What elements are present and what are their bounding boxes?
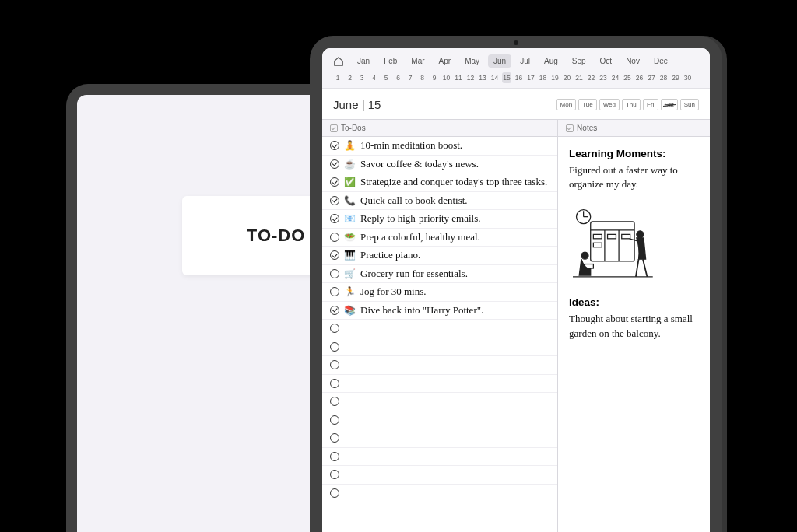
todo-checkbox[interactable] [330, 250, 339, 260]
month-aug[interactable]: Aug [539, 54, 564, 68]
todo-row[interactable]: 🛒Grocery run for essentials. [322, 265, 557, 284]
todo-row-empty[interactable] [322, 338, 557, 357]
todo-row-empty[interactable] [322, 485, 557, 503]
day-19[interactable]: 19 [550, 72, 560, 83]
day-3[interactable]: 3 [357, 72, 367, 83]
todo-checkbox[interactable] [330, 306, 339, 315]
day-8[interactable]: 8 [418, 72, 427, 83]
day-5[interactable]: 5 [381, 72, 391, 83]
month-nov[interactable]: Nov [620, 54, 645, 68]
month-apr[interactable]: Apr [434, 54, 457, 68]
weekdays-row: MonTueWedThuFriSatSun [556, 99, 699, 110]
todo-row[interactable]: ✅Strategize and conquer today's top thre… [322, 173, 557, 192]
todo-row[interactable]: 🥗Prep a colorful, healthy meal. [322, 229, 557, 247]
home-icon[interactable] [333, 56, 344, 67]
todo-row[interactable]: 📚Dive back into "Harry Potter". [322, 302, 557, 320]
todo-row-empty[interactable] [322, 320, 557, 338]
day-4[interactable]: 4 [370, 72, 379, 83]
todo-checkbox[interactable] [330, 415, 339, 425]
day-14[interactable]: 14 [490, 72, 500, 83]
weekday-thu[interactable]: Thu [622, 99, 641, 110]
svg-rect-7 [593, 235, 602, 239]
todo-row-empty[interactable] [322, 411, 557, 430]
todo-checkbox[interactable] [330, 360, 339, 369]
todo-row-empty[interactable] [322, 375, 557, 394]
todo-checkbox[interactable] [330, 287, 339, 296]
day-24[interactable]: 24 [611, 72, 620, 83]
notes-body[interactable]: Learning Moments: Figured out a faster w… [558, 137, 710, 365]
todo-row[interactable]: 🧘10-min meditation boost. [322, 137, 557, 156]
todo-checkbox[interactable] [330, 433, 339, 443]
weekday-wed[interactable]: Wed [599, 99, 620, 110]
day-25[interactable]: 25 [623, 72, 632, 83]
day-21[interactable]: 21 [574, 72, 584, 83]
todo-checkbox[interactable] [330, 470, 339, 479]
month-feb[interactable]: Feb [378, 54, 402, 68]
todo-text: Dive back into "Harry Potter". [360, 304, 483, 317]
day-11[interactable]: 11 [454, 72, 463, 83]
day-18[interactable]: 18 [539, 72, 548, 83]
day-7[interactable]: 7 [406, 72, 415, 83]
todo-emoji: 🛒 [344, 268, 356, 279]
month-oct[interactable]: Oct [595, 54, 618, 68]
todo-checkbox[interactable] [330, 214, 339, 223]
day-26[interactable]: 26 [635, 72, 644, 83]
day-20[interactable]: 20 [563, 72, 572, 83]
day-2[interactable]: 2 [346, 72, 355, 83]
todo-checkbox[interactable] [330, 452, 339, 461]
todo-row-empty[interactable] [322, 429, 557, 448]
todo-row[interactable]: ☕Savor coffee & today's news. [322, 156, 557, 174]
todo-row[interactable]: 📞Quick call to book dentist. [322, 192, 557, 211]
todo-checkbox[interactable] [330, 397, 339, 406]
day-22[interactable]: 22 [587, 72, 596, 83]
month-sep[interactable]: Sep [567, 54, 592, 68]
day-28[interactable]: 28 [659, 72, 669, 83]
todo-checkbox[interactable] [330, 342, 339, 352]
day-6[interactable]: 6 [394, 72, 403, 83]
weekday-sun[interactable]: Sun [680, 99, 699, 110]
day-15[interactable]: 15 [502, 72, 511, 83]
month-may[interactable]: May [459, 54, 485, 68]
day-13[interactable]: 13 [478, 72, 487, 83]
todo-checkbox[interactable] [330, 159, 339, 169]
weekday-sat[interactable]: Sat [661, 99, 678, 110]
todo-row-empty[interactable] [322, 393, 557, 411]
todo-checkbox[interactable] [330, 141, 339, 150]
todo-row[interactable]: 🏃Jog for 30 mins. [322, 283, 557, 302]
month-jun[interactable]: Jun [488, 54, 511, 68]
todo-row[interactable]: 📧Reply to high-priority emails. [322, 210, 557, 229]
month-mar[interactable]: Mar [406, 54, 430, 68]
todo-checkbox[interactable] [330, 379, 339, 388]
day-27[interactable]: 27 [647, 72, 656, 83]
day-23[interactable]: 23 [599, 72, 608, 83]
day-12[interactable]: 12 [466, 72, 476, 83]
todo-row-empty[interactable] [322, 448, 557, 467]
month-dec[interactable]: Dec [648, 54, 673, 68]
todo-checkbox[interactable] [330, 177, 339, 187]
weekday-tue[interactable]: Tue [578, 99, 597, 110]
day-30[interactable]: 30 [683, 72, 693, 83]
todo-list: 🧘10-min meditation boost.☕Savor coffee &… [322, 137, 557, 502]
todo-row[interactable]: 🎹Practice piano. [322, 247, 557, 265]
month-jan[interactable]: Jan [352, 54, 375, 68]
todo-checkbox[interactable] [330, 196, 339, 205]
day-10[interactable]: 10 [442, 72, 451, 83]
day-17[interactable]: 17 [526, 72, 535, 83]
svg-rect-8 [608, 235, 616, 239]
todo-row-empty[interactable] [322, 356, 557, 375]
todo-checkbox[interactable] [330, 488, 339, 498]
todo-checkbox[interactable] [330, 324, 339, 333]
todo-checkbox[interactable] [330, 233, 339, 242]
svg-point-13 [637, 231, 644, 238]
month-jul[interactable]: Jul [514, 54, 535, 68]
todo-checkbox[interactable] [330, 269, 339, 278]
months-row: JanFebMarAprMayJunJulAugSepOctNovDec [333, 54, 699, 68]
todo-text: Prep a colorful, healthy meal. [360, 231, 480, 243]
day-16[interactable]: 16 [514, 72, 524, 83]
day-9[interactable]: 9 [430, 72, 439, 83]
day-29[interactable]: 29 [671, 72, 680, 83]
todo-row-empty[interactable] [322, 466, 557, 485]
day-1[interactable]: 1 [333, 72, 342, 83]
weekday-fri[interactable]: Fri [643, 99, 658, 110]
weekday-mon[interactable]: Mon [556, 99, 577, 110]
